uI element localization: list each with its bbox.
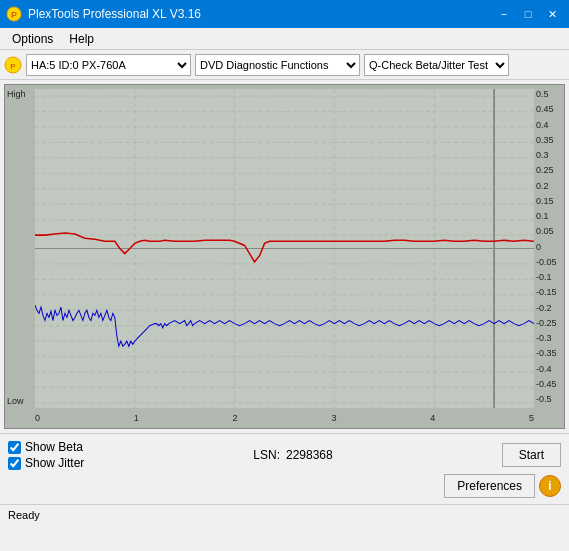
chart-area: High Low 0.5 0.45 0.4 0.35 0.3 0.25 0.2 … — [4, 84, 565, 429]
preferences-button[interactable]: Preferences — [444, 474, 535, 498]
show-jitter-checkbox[interactable] — [8, 457, 21, 470]
bottom-row2: Preferences i — [8, 474, 561, 498]
svg-text:P: P — [11, 10, 17, 20]
show-jitter-label: Show Jitter — [25, 456, 84, 470]
start-button[interactable]: Start — [502, 443, 561, 467]
test-select[interactable]: Q-Check Beta/Jitter Test — [364, 54, 509, 76]
function-select[interactable]: DVD Diagnostic Functions — [195, 54, 360, 76]
chart-svg — [35, 89, 534, 408]
bottom-row1: Show Beta Show Jitter LSN: 2298368 Start — [8, 440, 561, 470]
high-label: High — [7, 89, 26, 99]
show-beta-label: Show Beta — [25, 440, 83, 454]
toolbar: P HA:5 ID:0 PX-760A DVD Diagnostic Funct… — [0, 50, 569, 80]
y-axis-right: 0.5 0.45 0.4 0.35 0.3 0.25 0.2 0.15 0.1 … — [534, 85, 564, 408]
low-label: Low — [7, 396, 24, 406]
x-axis: 0 1 2 3 4 5 — [35, 408, 534, 428]
status-bar: Ready — [0, 504, 569, 524]
drive-select[interactable]: HA:5 ID:0 PX-760A — [26, 54, 191, 76]
lsn-area: LSN: 2298368 — [253, 448, 332, 462]
menu-options[interactable]: Options — [4, 30, 61, 48]
lsn-label: LSN: — [253, 448, 280, 462]
close-button[interactable]: ✕ — [541, 5, 563, 23]
chart-plot — [35, 89, 534, 408]
window-title: PlexTools Professional XL V3.16 — [28, 7, 201, 21]
info-button[interactable]: i — [539, 475, 561, 497]
menu-bar: Options Help — [0, 28, 569, 50]
title-bar: P PlexTools Professional XL V3.16 − □ ✕ — [0, 0, 569, 28]
show-jitter-checkbox-label[interactable]: Show Jitter — [8, 456, 84, 470]
window-controls: − □ ✕ — [493, 5, 563, 23]
maximize-button[interactable]: □ — [517, 5, 539, 23]
minimize-button[interactable]: − — [493, 5, 515, 23]
app-icon: P — [6, 6, 22, 22]
lsn-value: 2298368 — [286, 448, 333, 462]
show-beta-checkbox[interactable] — [8, 441, 21, 454]
drive-icon: P — [4, 56, 22, 74]
prefs-area: Preferences i — [444, 474, 561, 498]
status-text: Ready — [8, 509, 40, 521]
bottom-panel: Show Beta Show Jitter LSN: 2298368 Start… — [0, 433, 569, 504]
menu-help[interactable]: Help — [61, 30, 102, 48]
show-beta-checkbox-label[interactable]: Show Beta — [8, 440, 84, 454]
svg-text:P: P — [10, 62, 16, 71]
